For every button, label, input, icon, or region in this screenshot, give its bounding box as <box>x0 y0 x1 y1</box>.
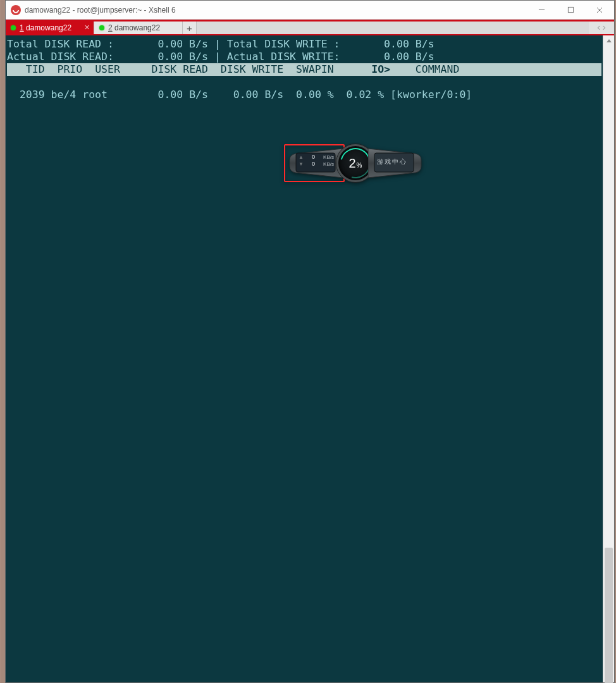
xshell-window: damowang22 - root@jumpserver:~ - Xshell … <box>5 0 615 683</box>
tab-session-2[interactable]: 2 damowang22 <box>94 22 183 34</box>
iotop-header-row: TID PRIO USER DISK READ DISK WRITE SWAPI… <box>7 63 601 76</box>
iotop-row-diskwrite: 0.00 B/s <box>233 89 283 101</box>
game-center-panel[interactable]: 游戏中心 <box>368 146 425 180</box>
tab-session-1[interactable]: 1 damowang22 ✕ <box>6 22 94 34</box>
iotop-row-diskread: 0.00 B/s <box>157 89 207 101</box>
upload-speed-value: 0 <box>306 154 321 161</box>
vertical-scrollbar[interactable] <box>603 35 614 682</box>
terminal-area[interactable]: Total DISK READ : 0.00 B/s | Total DISK … <box>6 35 614 682</box>
terminal-output[interactable]: Total DISK READ : 0.00 B/s | Total DISK … <box>6 35 603 682</box>
tab-close-icon[interactable]: ✕ <box>84 24 90 31</box>
status-dot-icon <box>99 25 104 30</box>
status-dot-icon <box>11 25 16 30</box>
network-speed-text: ▲ 0 KB/s ▼ 0 KB/s <box>299 154 334 168</box>
iotop-row-io: 0.02 % <box>347 89 385 101</box>
window-controls <box>527 1 614 19</box>
new-tab-button[interactable]: + <box>183 22 197 34</box>
game-center-label: 游戏中心 <box>374 157 410 166</box>
minimize-button[interactable] <box>527 1 556 19</box>
scroll-up-icon[interactable] <box>603 35 614 47</box>
iotop-row-swapin: 0.00 % <box>296 89 334 101</box>
xshell-icon <box>11 5 21 15</box>
iotop-row-command: [kworker/0:0] <box>390 89 472 101</box>
iotop-row-user: root <box>82 89 108 101</box>
tab-label: 1 damowang22 <box>20 23 71 32</box>
close-button[interactable] <box>585 1 614 19</box>
network-speed-panel[interactable]: ▲ 0 KB/s ▼ 0 KB/s <box>286 146 343 180</box>
download-speed-value: 0 <box>306 161 321 168</box>
iotop-total-read-label: Total DISK READ : <box>7 38 114 50</box>
upload-speed-unit: KB/s <box>323 154 334 161</box>
upload-arrow-icon: ▲ <box>299 154 304 161</box>
titlebar[interactable]: damowang22 - root@jumpserver:~ - Xshell … <box>6 1 614 20</box>
iotop-row-tid: 2039 <box>20 89 45 101</box>
iotop-actual-write-value: 0.00 B/s <box>384 51 434 63</box>
iotop-total-read-value: 0.00 B/s <box>157 38 207 50</box>
maximize-button[interactable] <box>556 1 585 19</box>
iotop-actual-read-label: Actual DISK READ: <box>7 51 114 63</box>
iotop-total-write-label: Total DISK WRITE : <box>227 38 340 50</box>
tab-nav-arrows[interactable] <box>589 22 614 34</box>
iotop-row-prio: be/4 <box>51 89 77 101</box>
scrollbar-thumb[interactable] <box>605 548 613 683</box>
window-title: damowang22 - root@jumpserver:~ - Xshell … <box>25 6 527 15</box>
system-monitor-widget[interactable]: ▲ 0 KB/s ▼ 0 KB/s 2% 游 <box>286 144 425 182</box>
download-arrow-icon: ▼ <box>299 161 304 168</box>
tab-strip: 1 damowang22 ✕ 2 damowang22 + <box>6 22 614 35</box>
cpu-usage-value: 2% <box>348 156 362 171</box>
iotop-total-write-value: 0.00 B/s <box>384 38 434 50</box>
iotop-actual-read-value: 0.00 B/s <box>157 51 207 63</box>
iotop-actual-write-label: Actual DISK WRITE: <box>227 51 340 63</box>
tab-label: 2 damowang22 <box>108 23 160 32</box>
download-speed-unit: KB/s <box>323 161 334 168</box>
svg-rect-0 <box>568 7 573 12</box>
